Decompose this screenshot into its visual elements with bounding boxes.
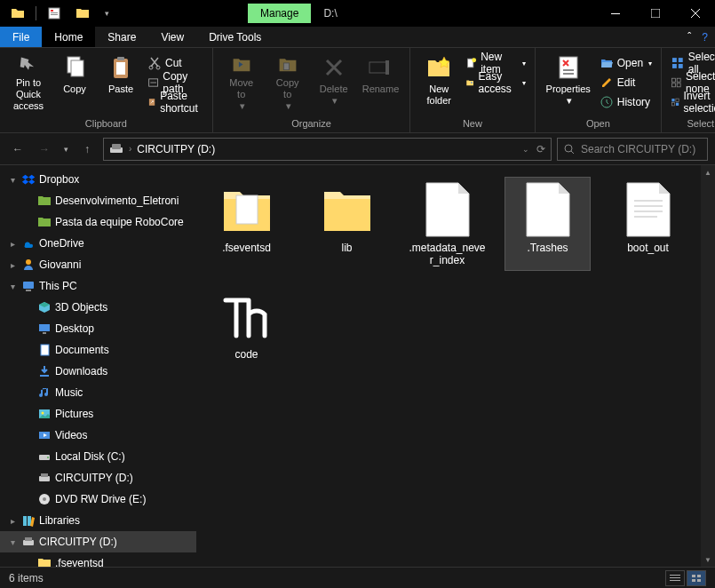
manage-tab[interactable]: Manage (248, 4, 311, 23)
easy-access-button[interactable]: Easy access▾ (462, 73, 528, 92)
tab-drive-tools[interactable]: Drive Tools (196, 27, 274, 47)
refresh-icon[interactable]: ⟳ (536, 143, 545, 155)
maximize-button[interactable] (635, 0, 675, 27)
rename-button[interactable]: Rename (357, 50, 405, 115)
tree-node[interactable]: .fseventsd (0, 552, 196, 567)
paste-button[interactable]: Paste (98, 50, 144, 115)
tree-node[interactable]: Videos (0, 425, 196, 446)
expand-icon[interactable]: ▾ (7, 537, 18, 547)
tree-node[interactable]: ▸Giovanni (0, 254, 196, 275)
expand-icon[interactable]: ▸ (7, 516, 18, 526)
breadcrumb-location[interactable]: CIRCUITPY (D:) (137, 143, 215, 155)
file-item[interactable]: boot_out (606, 178, 690, 270)
edit-button[interactable]: Edit (596, 73, 655, 92)
file-item[interactable]: code (204, 284, 289, 364)
tree-node[interactable]: Documents (0, 339, 196, 361)
forward-button[interactable]: → (34, 139, 55, 160)
tree-label: Downloads (55, 365, 107, 377)
clipboard-group-label: Clipboard (5, 116, 207, 132)
expand-icon[interactable]: ▾ (7, 175, 18, 185)
history-button[interactable]: History (596, 92, 655, 112)
tree-node[interactable]: ▸Libraries (0, 510, 196, 531)
ribbon-tabs: File Home Share View Drive Tools ˆ ? (0, 27, 715, 48)
open-button[interactable]: Open▾ (596, 53, 655, 73)
tree-label: 3D Objects (55, 301, 107, 314)
copy-button[interactable]: Copy (52, 50, 98, 115)
file-label: .fseventsd (222, 242, 271, 254)
vertical-scrollbar[interactable]: ▲ ▼ (701, 165, 715, 567)
move-to-button[interactable]: Move to▾ (218, 50, 265, 115)
tree-node[interactable]: ▸OneDrive (0, 233, 196, 254)
window-title: D:\ (311, 7, 337, 20)
svg-rect-57 (25, 537, 32, 541)
addr-dropdown-icon[interactable]: ⌄ (522, 145, 529, 154)
svg-rect-27 (679, 64, 683, 68)
tree-node[interactable]: Downloads (0, 361, 196, 382)
navigation-tree[interactable]: ▾DropboxDesenvolvimento_EletroniPasta da… (0, 165, 197, 567)
expand-icon[interactable]: ▸ (7, 239, 18, 249)
tree-node[interactable]: Music (0, 382, 196, 403)
up-button[interactable]: ↑ (76, 139, 98, 160)
tab-share[interactable]: Share (95, 27, 148, 47)
tree-label: .fseventsd (55, 557, 104, 567)
new-folder-button[interactable]: New folder (416, 50, 462, 115)
scroll-down-icon[interactable]: ▼ (701, 552, 715, 567)
pin-button[interactable]: Pin to Quick access (5, 50, 52, 115)
item-view[interactable]: .fseventsdlib.metadata_never_index.Trash… (197, 165, 715, 377)
address-bar[interactable]: › CIRCUITPY (D:) ⌄ ⟳ (103, 138, 552, 161)
tree-node[interactable]: Pasta da equipe RoboCore (0, 211, 196, 233)
scroll-up-icon[interactable]: ▲ (701, 165, 715, 179)
properties-button[interactable]: Properties▾ (541, 50, 596, 115)
qat-properties-icon[interactable] (44, 3, 65, 24)
close-button[interactable] (675, 0, 715, 27)
file-item[interactable]: lib (305, 178, 389, 270)
back-button[interactable]: ← (7, 139, 28, 160)
tree-node[interactable]: ▾CIRCUITPY (D:) (0, 531, 196, 552)
file-item[interactable]: .Trashes (505, 178, 590, 270)
icons-view-button[interactable] (687, 570, 706, 586)
tree-node[interactable]: Pictures (0, 403, 196, 425)
tree-node[interactable]: Local Disk (C:) (0, 446, 196, 467)
svg-rect-4 (611, 13, 620, 14)
svg-rect-53 (41, 473, 48, 477)
tab-view[interactable]: View (148, 27, 196, 47)
svg-rect-2 (51, 12, 58, 13)
svg-rect-29 (677, 78, 680, 82)
svg-point-40 (26, 259, 31, 265)
tree-node[interactable]: Desenvolvimento_Eletroni (0, 190, 196, 211)
tree-node[interactable]: DVD RW Drive (E:) (0, 489, 196, 510)
copy-to-button[interactable]: Copy to▾ (265, 50, 311, 115)
file-item[interactable]: .metadata_never_index (405, 178, 489, 270)
qat-dropdown-icon[interactable]: ▾ (100, 3, 113, 24)
recent-locations-button[interactable]: ▾ (60, 139, 71, 160)
svg-rect-69 (697, 579, 701, 582)
svg-rect-15 (283, 63, 289, 70)
delete-button[interactable]: Delete▾ (311, 50, 357, 115)
tab-file[interactable]: File (0, 27, 42, 47)
svg-rect-30 (672, 83, 676, 87)
file-item[interactable]: .fseventsd (204, 178, 289, 270)
tree-node[interactable]: ▾Dropbox (0, 169, 196, 190)
content-pane[interactable]: .fseventsdlib.metadata_never_index.Trash… (197, 165, 715, 567)
tree-node[interactable]: CIRCUITPY (D:) (0, 467, 196, 489)
tree-node[interactable]: ▾This PC (0, 275, 196, 297)
paste-shortcut-button[interactable]: Paste shortcut (144, 92, 207, 112)
tab-home[interactable]: Home (42, 27, 95, 47)
expand-icon[interactable]: ▾ (7, 282, 18, 291)
svg-rect-25 (679, 58, 683, 62)
search-placeholder: Search CIRCUITPY (D:) (581, 143, 695, 155)
tree-label: DVD RW Drive (E:) (55, 493, 146, 505)
qat-new-folder-icon[interactable] (72, 3, 93, 24)
svg-point-51 (47, 457, 49, 458)
search-box[interactable]: Search CIRCUITPY (D:) (557, 138, 708, 161)
help-icon[interactable]: ? (702, 31, 708, 44)
details-view-button[interactable] (665, 570, 685, 586)
svg-rect-17 (385, 60, 389, 75)
collapse-ribbon-icon[interactable]: ˆ (687, 31, 691, 44)
expand-icon[interactable]: ▸ (7, 260, 18, 270)
minimize-button[interactable] (595, 0, 635, 27)
invert-selection-button[interactable]: Invert selection (667, 92, 715, 112)
search-icon (563, 143, 576, 155)
tree-node[interactable]: 3D Objects (0, 297, 196, 318)
tree-node[interactable]: Desktop (0, 318, 196, 339)
